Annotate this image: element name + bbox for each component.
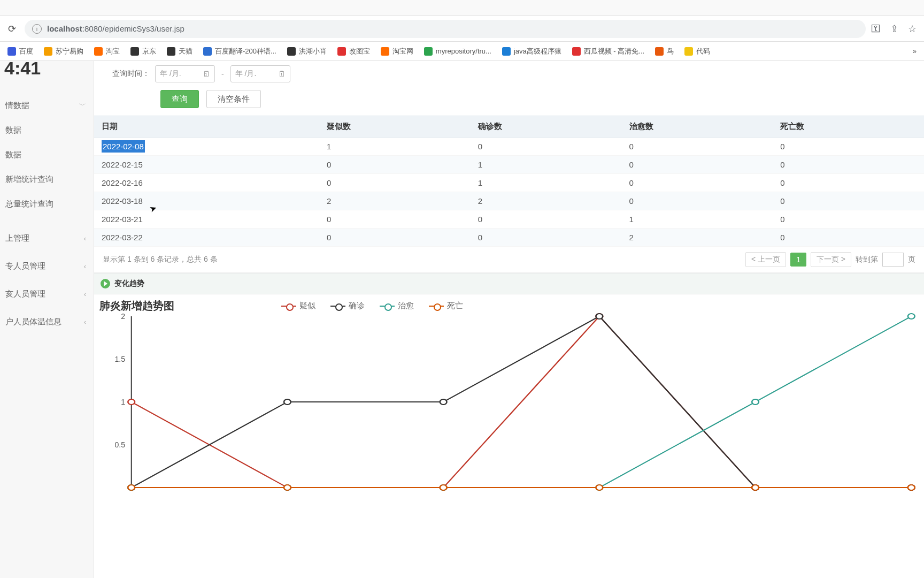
- table-row[interactable]: 2022-02-160100: [94, 174, 924, 192]
- star-icon[interactable]: ☆: [908, 23, 917, 35]
- legend-label: 治愈: [398, 301, 414, 311]
- table-cell: 0: [622, 174, 773, 192]
- overlay-clock: 4:41: [0, 56, 45, 81]
- bookmark-label: 淘宝网: [392, 47, 413, 56]
- sidebar-item[interactable]: 数据: [0, 142, 94, 167]
- main-panel: 查询时间： 年 /月. 🗓 - 年 /月. 🗓 查询 清空条件 日期疑似数确诊数…: [94, 61, 924, 578]
- url-box[interactable]: i localhost:8080/epidemicSys3/user.jsp: [25, 20, 866, 38]
- column-header[interactable]: 日期: [94, 116, 319, 138]
- calendar-icon: 🗓: [203, 70, 210, 78]
- bookmark-item[interactable]: 京东: [130, 47, 156, 56]
- sidebar-item[interactable]: 新增统计查询: [0, 167, 94, 192]
- key-icon[interactable]: ⚿: [871, 23, 881, 34]
- data-point[interactable]: [752, 399, 759, 405]
- data-point[interactable]: [908, 314, 915, 319]
- legend-item[interactable]: 死亡: [429, 301, 463, 311]
- pagination: 显示第 1 条到 6 条记录，总共 6 条 < 上一页 1 下一页 > 转到第 …: [94, 247, 924, 273]
- calendar-icon: 🗓: [278, 70, 286, 78]
- sidebar-item[interactable]: 上管理‹: [0, 226, 94, 250]
- bookmark-label: 天猫: [179, 47, 192, 56]
- table-cell: 2: [471, 192, 622, 210]
- column-header[interactable]: 治愈数: [622, 116, 773, 138]
- bookmark-item[interactable]: java高级程序猿: [502, 47, 561, 56]
- pager-prev[interactable]: < 上一页: [745, 252, 786, 267]
- table-row[interactable]: 2022-03-220020: [94, 229, 924, 247]
- bookmark-item[interactable]: 苏宁易购: [44, 47, 83, 56]
- bookmark-item[interactable]: 百度: [7, 47, 33, 56]
- search-button[interactable]: 查询: [160, 90, 199, 108]
- reload-icon[interactable]: ⟳: [4, 21, 19, 36]
- legend-item[interactable]: 确诊: [330, 301, 365, 311]
- sidebar-item[interactable]: 数据: [0, 118, 94, 142]
- table-row[interactable]: 2022-03-182200: [94, 192, 924, 210]
- bookmark-item[interactable]: 洪湖小肖: [287, 47, 327, 56]
- chart-title: 肺炎新增趋势图: [99, 299, 174, 313]
- table-cell: 2022-03-18: [94, 192, 319, 210]
- bookmark-item[interactable]: 天猫: [167, 47, 192, 56]
- pager-next[interactable]: 下一页 >: [811, 252, 851, 267]
- tab-strip: [0, 0, 924, 16]
- y-tick-label: 0.5: [115, 440, 125, 449]
- bookmark-item[interactable]: 改图宝: [337, 47, 370, 56]
- data-point[interactable]: [128, 399, 135, 405]
- bookmark-item[interactable]: myrepository/tru...: [424, 47, 491, 56]
- data-point[interactable]: [284, 399, 291, 405]
- data-point[interactable]: [596, 314, 603, 319]
- column-header[interactable]: 疑似数: [319, 116, 471, 138]
- site-info-icon[interactable]: i: [32, 24, 42, 34]
- chart-plot-area: 21.510.5: [127, 316, 915, 488]
- bookmark-item[interactable]: 鸟: [655, 47, 674, 56]
- trend-section-header: 变化趋势: [94, 273, 924, 294]
- share-icon[interactable]: ⇪: [890, 23, 898, 35]
- legend-item[interactable]: 治愈: [380, 301, 414, 311]
- date-from-input[interactable]: 年 /月. 🗓: [155, 65, 215, 82]
- bookmark-item[interactable]: 代码: [684, 47, 710, 56]
- bookmark-label: 百度翻译-200种语...: [215, 47, 276, 56]
- bookmark-item[interactable]: 百度翻译-200种语...: [203, 47, 276, 56]
- chevron-down-icon: ﹀: [79, 101, 86, 110]
- query-time-label: 查询时间：: [107, 69, 150, 79]
- clear-button[interactable]: 清空条件: [206, 90, 261, 108]
- y-tick-label: 1.5: [115, 355, 125, 363]
- pager-page-1[interactable]: 1: [790, 253, 806, 267]
- table-row[interactable]: 2022-03-210010: [94, 210, 924, 229]
- column-header[interactable]: 死亡数: [773, 116, 924, 138]
- legend-item[interactable]: 疑似: [281, 301, 315, 311]
- table-cell: 1: [622, 210, 773, 229]
- table-cell: 0: [773, 138, 924, 156]
- chevron-left-icon: ‹: [84, 290, 86, 298]
- date-to-input[interactable]: 年 /月. 🗓: [230, 65, 290, 82]
- data-point[interactable]: [440, 485, 447, 490]
- table-cell: 0: [319, 174, 471, 192]
- data-point[interactable]: [596, 485, 603, 490]
- table-row[interactable]: 2022-02-081000: [94, 138, 924, 156]
- table-cell: 0: [622, 156, 773, 174]
- legend-marker: [380, 303, 395, 309]
- bookmark-label: 苏宁易购: [56, 47, 83, 56]
- table-cell: 2022-03-21: [94, 210, 319, 229]
- url-port: :8080: [82, 24, 103, 33]
- column-header[interactable]: 确诊数: [471, 116, 622, 138]
- pager-summary: 显示第 1 条到 6 条记录，总共 6 条: [103, 255, 218, 264]
- bookmark-label: 鸟: [667, 47, 674, 56]
- sidebar-item[interactable]: 专人员管理‹: [0, 254, 94, 278]
- sidebar-item[interactable]: 情数据﹀: [0, 93, 94, 118]
- table-cell: 0: [471, 210, 622, 229]
- url-host: localhost: [47, 24, 82, 33]
- sidebar-item-label: 户人员体温信息: [5, 317, 61, 327]
- bookmark-item[interactable]: 西瓜视频 - 高清免...: [572, 47, 644, 56]
- bookmarks-overflow[interactable]: »: [913, 47, 917, 55]
- data-point[interactable]: [752, 485, 759, 490]
- data-point[interactable]: [440, 399, 447, 405]
- data-point[interactable]: [284, 485, 291, 490]
- table-row[interactable]: 2022-02-150100: [94, 156, 924, 174]
- bookmark-item[interactable]: 淘宝网: [381, 47, 413, 56]
- sidebar-item[interactable]: 亥人员管理‹: [0, 282, 94, 306]
- sidebar-item[interactable]: 户人员体温信息‹: [0, 309, 94, 334]
- pager-jump-input[interactable]: [882, 253, 904, 267]
- bookmark-item[interactable]: 淘宝: [94, 47, 120, 56]
- sidebar-item[interactable]: 总量统计查询: [0, 192, 94, 216]
- data-point[interactable]: [908, 485, 915, 490]
- data-point[interactable]: [128, 485, 135, 490]
- table-cell: 2022-02-08: [94, 138, 319, 156]
